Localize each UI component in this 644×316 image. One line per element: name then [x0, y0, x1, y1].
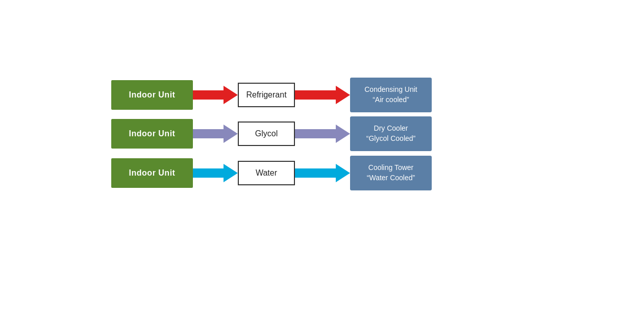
indoor-unit-box-1: Indoor Unit: [111, 80, 193, 110]
indoor-unit-box-2: Indoor Unit: [111, 119, 193, 149]
row-3: Indoor Unit Water Cooling Tower “Water C…: [111, 156, 432, 190]
outdoor-unit-line1-2: Dry Cooler: [374, 124, 408, 132]
right-head-1: [336, 86, 350, 104]
medium-label-box-3: Water: [238, 161, 295, 185]
right-shaft-1: [295, 90, 336, 100]
medium-label-box-2: Glycol: [238, 121, 295, 146]
arrow-shaft-1: [193, 90, 224, 100]
outdoor-unit-label-1: Condensing Unit “Air cooled”: [364, 85, 417, 105]
right-shaft-2: [295, 129, 336, 138]
left-arrow-3: [193, 164, 238, 182]
row-1: Indoor Unit Refrigerant Condensing Unit …: [111, 78, 432, 112]
indoor-unit-box-3: Indoor Unit: [111, 158, 193, 188]
medium-label-3: Water: [256, 168, 277, 178]
outdoor-unit-line2-1: “Air cooled”: [373, 95, 409, 104]
medium-label-2: Glycol: [255, 129, 278, 138]
outdoor-unit-box-2: Dry Cooler “Glycol Cooled”: [350, 116, 432, 151]
row-2: Indoor Unit Glycol Dry Cooler “Glycol Co…: [111, 116, 432, 151]
medium-label-1: Refrigerant: [246, 90, 286, 100]
right-arrow-3: [295, 164, 350, 182]
outdoor-unit-line2-3: “Water Cooled”: [367, 174, 415, 182]
diagram-container: Indoor Unit Refrigerant Condensing Unit …: [0, 0, 644, 316]
arrow-head-2: [224, 125, 238, 143]
outdoor-unit-label-3: Cooling Tower “Water Cooled”: [367, 163, 415, 183]
arrow-head-1: [224, 86, 238, 104]
indoor-unit-label-2: Indoor Unit: [129, 129, 176, 138]
outdoor-unit-box-1: Condensing Unit “Air cooled”: [350, 78, 432, 112]
outdoor-unit-line2-2: “Glycol Cooled”: [366, 134, 415, 142]
left-arrow-1: [193, 86, 238, 104]
indoor-unit-label-3: Indoor Unit: [129, 168, 176, 178]
right-head-2: [336, 125, 350, 143]
right-shaft-3: [295, 168, 336, 178]
outdoor-unit-box-3: Cooling Tower “Water Cooled”: [350, 156, 432, 190]
arrow-head-3: [224, 164, 238, 182]
arrow-shaft-2: [193, 129, 224, 138]
indoor-unit-label-1: Indoor Unit: [129, 90, 176, 100]
right-arrow-1: [295, 86, 350, 104]
left-arrow-2: [193, 125, 238, 143]
right-head-3: [336, 164, 350, 182]
medium-label-box-1: Refrigerant: [238, 83, 295, 107]
outdoor-unit-line1-3: Cooling Tower: [368, 163, 413, 172]
outdoor-unit-label-2: Dry Cooler “Glycol Cooled”: [366, 124, 415, 143]
arrow-shaft-3: [193, 168, 224, 178]
right-arrow-2: [295, 125, 350, 143]
outdoor-unit-line1-1: Condensing Unit: [364, 85, 417, 93]
